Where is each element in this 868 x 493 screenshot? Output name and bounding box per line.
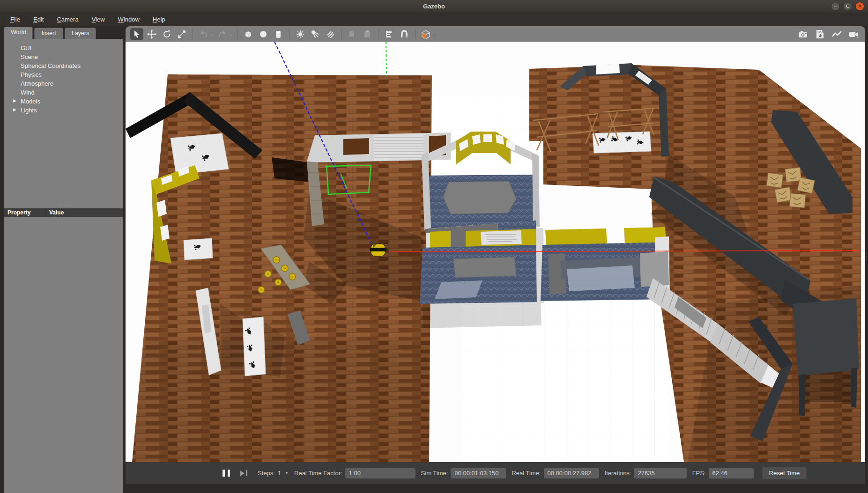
booth-drone-table[interactable] [593,132,651,153]
menu-window[interactable]: Window [112,14,145,25]
robot-model[interactable] [370,244,386,256]
window-title: Gazebo [0,3,868,10]
steps-caret-icon[interactable]: ▼ [285,471,289,475]
align-icon [385,29,394,39]
view-angle-button[interactable] [420,28,433,40]
tab-layers[interactable]: Layers [65,28,96,39]
viewport-3d-scene[interactable] [126,42,865,462]
redo-button[interactable] [216,28,229,40]
window-bottom-edge [126,484,865,492]
log-record-button[interactable]: LOG [814,28,827,40]
reset-time-button[interactable]: Reset Time [762,467,807,479]
panel-splitter[interactable]: ······ [4,204,123,208]
translate-icon [147,29,156,39]
small-white-table[interactable] [184,238,213,260]
tree-item-scene[interactable]: Scene [4,52,123,61]
fps-field: 62.46 [709,468,754,478]
screenshot-button[interactable] [797,28,810,40]
rotate-tool-button[interactable] [160,28,173,40]
tree-item-spherical-coordinates[interactable]: Spherical Coordinates [4,61,123,70]
rtf-field: 1.00 [345,468,415,478]
right-panel-splitter[interactable]: ······ [865,42,868,462]
undo-history-caret[interactable]: ▾ [211,33,213,37]
title-bar: Gazebo – ✕ [0,0,868,12]
redo-history-caret[interactable]: ▾ [230,33,232,37]
sphere-tool-button[interactable] [257,28,270,40]
sim-time-label: Sim Time: [421,470,448,477]
point-light-button[interactable] [294,28,307,40]
presentation-table-topleft[interactable] [171,133,229,175]
spot-light-button[interactable] [309,28,322,40]
view-angle-icon [421,29,432,39]
menu-view[interactable]: View [86,14,111,25]
maximize-button[interactable] [843,2,852,11]
undo-button[interactable] [197,28,210,40]
scale-tool-button[interactable] [175,28,188,40]
expand-arrow-icon[interactable]: ▶ [13,107,16,112]
minimize-button[interactable]: – [831,2,840,11]
cylinder-icon [274,29,283,39]
drone-display-table[interactable] [243,317,266,376]
tree-item-lights[interactable]: ▶Lights [4,106,123,115]
maximize-icon [846,5,849,7]
tab-insert[interactable]: Insert [34,28,63,39]
world-tree: GUISceneSpherical CoordinatesPhysicsAtmo… [4,39,123,204]
camera-icon [798,29,809,39]
plot-button[interactable] [831,28,844,40]
box-tool-button[interactable] [242,28,255,40]
redo-icon [218,29,227,39]
scale-icon [177,29,186,39]
spot-light-icon [311,29,320,39]
panel-tabs: WorldInsertLayers [4,27,123,39]
tree-item-physics[interactable]: Physics [4,70,123,79]
tree-item-models[interactable]: ▶Models [4,97,123,106]
viewport-3d[interactable]: ······ [126,42,865,462]
real-time-field: 00 00:00:27.982 [544,468,599,478]
property-table-body[interactable] [4,217,123,493]
copy-button[interactable] [346,28,359,40]
select-tool-button[interactable] [130,28,143,40]
pause-button[interactable] [222,470,231,477]
view-angle-caret[interactable]: ▾ [434,33,436,37]
cylinder-tool-button[interactable] [272,28,285,40]
log-file-icon: LOG [815,29,825,39]
tree-item-wind[interactable]: Wind [4,88,123,97]
select-icon [132,29,141,39]
paste-icon [363,29,372,39]
align-tool-button[interactable] [383,28,396,40]
iterations-label: Iterations: [605,470,631,477]
menu-help[interactable]: Help [147,14,171,25]
plot-line-icon [831,29,843,39]
pause-icon [228,470,230,477]
tree-item-gui[interactable]: GUI [4,44,123,52]
steps-value[interactable]: 1 [278,470,281,477]
rtf-label: Real Time Factor: [294,470,342,477]
meeting-room-left[interactable] [420,229,541,304]
tab-world[interactable]: World [4,27,33,39]
paste-button[interactable] [361,28,374,40]
menu-camera[interactable]: Camera [51,14,84,25]
property-table-header: Property Value [4,208,123,217]
menu-edit[interactable]: Edit [28,14,49,25]
snap-tool-button[interactable] [398,28,411,40]
point-light-icon [296,29,305,39]
video-record-button[interactable] [847,28,861,40]
sphere-icon [259,29,268,39]
menu-file[interactable]: File [5,14,26,25]
close-button[interactable]: ✕ [855,2,864,11]
simulation-status-bar: Steps: 1 ▼ Real Time Factor: 1.00 Sim Ti… [126,462,865,484]
real-time-label: Real Time: [512,470,541,477]
video-camera-icon [848,29,860,39]
axis-green-y [386,42,386,76]
expand-arrow-icon[interactable]: ▶ [13,98,16,103]
tree-item-atmosphere[interactable]: Atmosphere [4,79,123,88]
directional-light-button[interactable] [324,28,337,40]
fps-label: FPS: [692,470,706,477]
iterations-field: 27635 [634,468,687,478]
rotate-icon [162,29,171,39]
translate-tool-button[interactable] [145,28,158,40]
step-icon [240,471,245,476]
step-button[interactable] [240,470,247,476]
world-panel: GUISceneSpherical CoordinatesPhysicsAtmo… [4,39,123,493]
property-column-header: Property [4,209,45,216]
